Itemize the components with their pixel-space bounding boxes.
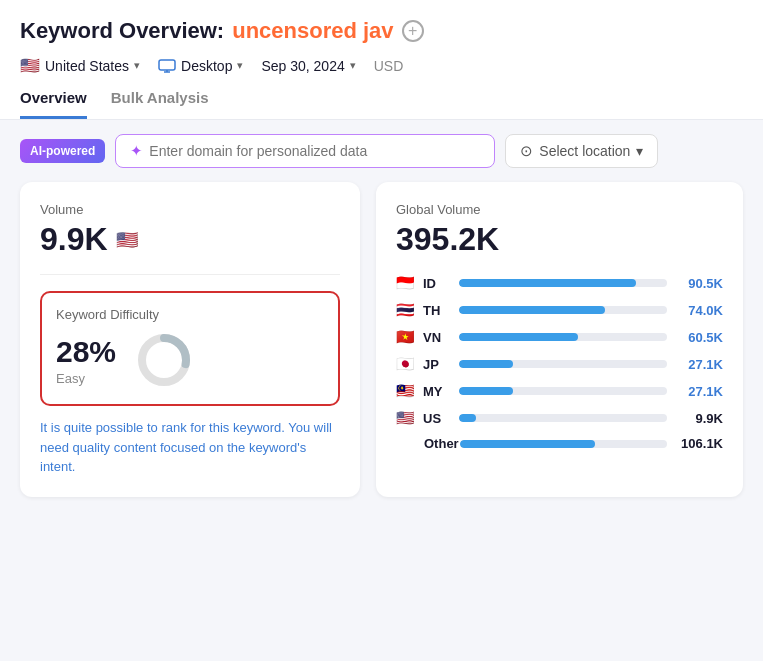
date-chevron-icon: ▾ xyxy=(350,59,356,72)
volume-value: 9.9K 🇺🇸 xyxy=(40,221,340,258)
device-filter[interactable]: Desktop ▾ xyxy=(158,58,243,74)
country-row: 🇹🇭 TH 74.0K xyxy=(396,301,723,319)
country-code: US xyxy=(423,411,451,426)
country-flag-icon: 🇺🇸 xyxy=(396,409,415,427)
global-volume-card: Global Volume 395.2K 🇮🇩 ID 90.5K 🇹🇭 TH 7… xyxy=(376,182,743,497)
country-code: VN xyxy=(423,330,451,345)
kd-value-row: 28% Easy xyxy=(56,330,324,390)
bar-fill xyxy=(459,333,578,341)
volume-label: Volume xyxy=(40,202,340,217)
country-flag-icon: 🇯🇵 xyxy=(396,355,415,373)
country-code: ID xyxy=(423,276,451,291)
plus-icon: + xyxy=(408,23,417,39)
bar-fill xyxy=(459,387,513,395)
country-value: 27.1K xyxy=(675,357,723,372)
country-flag-icon: 🇹🇭 xyxy=(396,301,415,319)
device-label: Desktop xyxy=(181,58,232,74)
bar-track xyxy=(459,279,667,287)
kd-easy: Easy xyxy=(56,371,116,386)
bar-fill xyxy=(459,279,636,287)
country-row: Other 106.1K xyxy=(396,436,723,451)
us-flag-small: 🇺🇸 xyxy=(116,229,138,251)
date-label: Sep 30, 2024 xyxy=(261,58,344,74)
kd-label: Keyword Difficulty xyxy=(56,307,324,322)
tabs-row: Overview Bulk Analysis xyxy=(20,89,743,119)
country-row: 🇻🇳 VN 60.5K xyxy=(396,328,723,346)
global-volume-label: Global Volume xyxy=(396,202,723,217)
bar-fill xyxy=(459,306,605,314)
country-code: Other xyxy=(424,436,452,451)
desktop-icon xyxy=(158,59,176,73)
global-volume-value: 395.2K xyxy=(396,221,723,258)
main-content: Volume 9.9K 🇺🇸 Keyword Difficulty 28% Ea… xyxy=(0,182,763,517)
bar-track xyxy=(459,306,667,314)
country-value: 9.9K xyxy=(675,411,723,426)
country-row: 🇯🇵 JP 27.1K xyxy=(396,355,723,373)
bar-track xyxy=(460,440,667,448)
location-chevron-icon: ▾ xyxy=(134,59,140,72)
location-select-label: Select location xyxy=(539,143,630,159)
toolbar: AI-powered ✦ ⊙ Select location ▾ xyxy=(0,120,763,182)
country-row: 🇲🇾 MY 27.1K xyxy=(396,382,723,400)
date-filter[interactable]: Sep 30, 2024 ▾ xyxy=(261,58,355,74)
ai-badge: AI-powered xyxy=(20,139,105,163)
kd-percent-wrap: 28% Easy xyxy=(56,335,116,386)
page-title-keyword: uncensored jav xyxy=(232,18,393,44)
kd-donut-chart xyxy=(134,330,194,390)
country-code: TH xyxy=(423,303,451,318)
country-value: 60.5K xyxy=(675,330,723,345)
filters-row: 🇺🇸 United States ▾ Desktop ▾ Sep 30, 202… xyxy=(20,56,743,75)
domain-input[interactable] xyxy=(149,143,480,159)
bar-track xyxy=(459,414,667,422)
sparkle-icon: ✦ xyxy=(130,142,143,160)
country-code: JP xyxy=(423,357,451,372)
device-chevron-icon: ▾ xyxy=(237,59,243,72)
location-pin-icon: ⊙ xyxy=(520,142,533,160)
country-value: 74.0K xyxy=(675,303,723,318)
svg-rect-0 xyxy=(159,60,175,70)
bar-fill xyxy=(460,440,595,448)
country-list: 🇮🇩 ID 90.5K 🇹🇭 TH 74.0K 🇻🇳 VN 60.5K 🇯🇵 J… xyxy=(396,274,723,451)
location-filter[interactable]: 🇺🇸 United States ▾ xyxy=(20,56,140,75)
country-row: 🇮🇩 ID 90.5K xyxy=(396,274,723,292)
kd-description: It is quite possible to rank for this ke… xyxy=(40,418,340,477)
country-flag-icon: 🇮🇩 xyxy=(396,274,415,292)
page-title-prefix: Keyword Overview: xyxy=(20,18,224,44)
tab-bulk-analysis[interactable]: Bulk Analysis xyxy=(111,89,209,119)
bar-fill xyxy=(459,360,513,368)
kd-percent: 28% xyxy=(56,335,116,369)
volume-card: Volume 9.9K 🇺🇸 Keyword Difficulty 28% Ea… xyxy=(20,182,360,497)
tab-overview[interactable]: Overview xyxy=(20,89,87,119)
currency-label: USD xyxy=(374,58,404,74)
currency-filter: USD xyxy=(374,58,404,74)
title-row: Keyword Overview: uncensored jav + xyxy=(20,18,743,44)
country-flag-icon: 🇲🇾 xyxy=(396,382,415,400)
bar-fill xyxy=(459,414,476,422)
page-header: Keyword Overview: uncensored jav + 🇺🇸 Un… xyxy=(0,0,763,120)
kd-box: Keyword Difficulty 28% Easy xyxy=(40,291,340,406)
country-value: 90.5K xyxy=(675,276,723,291)
location-select[interactable]: ⊙ Select location ▾ xyxy=(505,134,658,168)
country-value: 27.1K xyxy=(675,384,723,399)
bar-track xyxy=(459,333,667,341)
domain-input-wrap[interactable]: ✦ xyxy=(115,134,495,168)
bar-track xyxy=(459,360,667,368)
location-label: United States xyxy=(45,58,129,74)
bar-track xyxy=(459,387,667,395)
country-code: MY xyxy=(423,384,451,399)
add-keyword-button[interactable]: + xyxy=(402,20,424,42)
divider xyxy=(40,274,340,275)
location-select-chevron-icon: ▾ xyxy=(636,143,643,159)
country-value: 106.1K xyxy=(675,436,723,451)
us-flag-icon: 🇺🇸 xyxy=(20,56,40,75)
country-row: 🇺🇸 US 9.9K xyxy=(396,409,723,427)
country-flag-icon: 🇻🇳 xyxy=(396,328,415,346)
